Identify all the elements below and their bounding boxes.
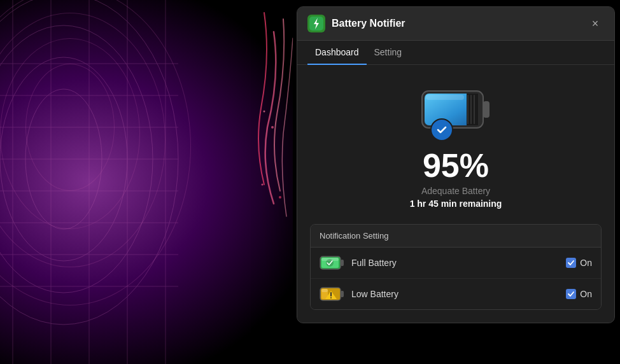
full-battery-toggle[interactable]: On [566, 258, 592, 268]
notification-row-low: Low Battery On [311, 279, 601, 309]
main-content: 95% Adequate Battery 1 hr 45 min remaini… [297, 65, 614, 323]
app-window: Battery Notifier × Dashboard Setting [297, 6, 615, 323]
check-badge [430, 118, 453, 141]
title-bar-left: Battery Notifier [307, 15, 405, 32]
svg-rect-33 [341, 260, 344, 266]
battery-icon-wrap [418, 78, 494, 141]
svg-rect-38 [341, 291, 344, 297]
notification-section: Notification Setting Full Battery [310, 224, 602, 310]
svg-rect-30 [470, 95, 472, 124]
background-scene [0, 0, 299, 364]
tab-dashboard[interactable]: Dashboard [307, 41, 367, 65]
low-battery-checkbox[interactable] [566, 289, 576, 299]
svg-rect-28 [426, 95, 464, 100]
full-battery-icon [320, 254, 345, 272]
app-icon [307, 15, 325, 32]
full-battery-checkbox[interactable] [566, 258, 576, 268]
low-battery-icon [320, 285, 345, 303]
close-button[interactable]: × [586, 15, 604, 32]
battery-time: 1 hr 45 min remaining [410, 199, 502, 209]
full-battery-toggle-label: On [580, 258, 592, 268]
svg-point-21 [262, 184, 264, 186]
battery-display: 95% Adequate Battery 1 hr 45 min remaini… [410, 78, 502, 209]
svg-point-41 [330, 297, 332, 298]
title-bar: Battery Notifier × [297, 7, 614, 41]
svg-rect-29 [467, 95, 469, 124]
low-battery-label: Low Battery [351, 289, 560, 299]
low-battery-toggle-label: On [580, 289, 592, 299]
tab-setting[interactable]: Setting [367, 41, 410, 65]
svg-point-20 [279, 196, 281, 199]
svg-rect-40 [321, 289, 328, 292]
svg-rect-24 [483, 101, 490, 118]
notification-row-full: Full Battery On [311, 248, 601, 279]
app-title: Battery Notifier [332, 18, 405, 29]
svg-rect-31 [474, 95, 475, 124]
svg-point-19 [264, 111, 265, 113]
nav-tabs: Dashboard Setting [297, 41, 614, 65]
low-battery-toggle[interactable]: On [566, 289, 592, 299]
notification-header: Notification Setting [311, 225, 601, 248]
full-battery-label: Full Battery [351, 258, 560, 268]
battery-status: Adequate Battery [421, 186, 490, 196]
battery-percent: 95% [423, 149, 489, 182]
svg-point-18 [271, 126, 274, 129]
